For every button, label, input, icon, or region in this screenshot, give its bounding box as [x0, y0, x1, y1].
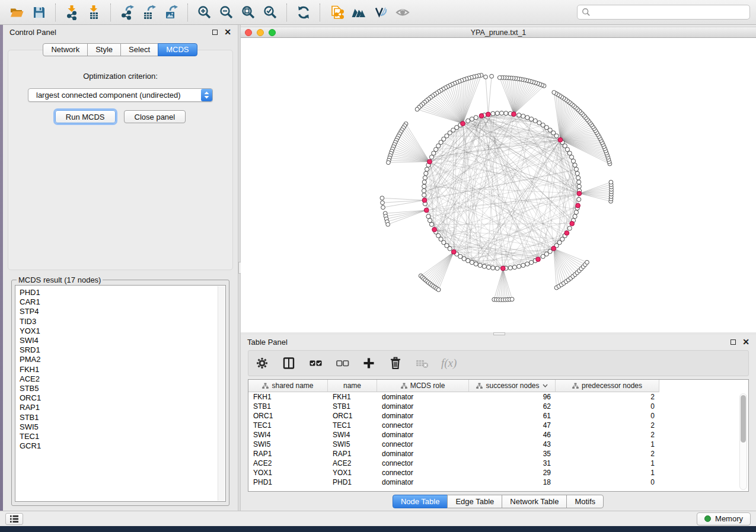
delete-row-button[interactable] [388, 355, 403, 371]
window-minimize-icon[interactable] [257, 29, 264, 36]
tab-node-table[interactable]: Node Table [393, 495, 448, 508]
table-cell: RAP1 [328, 450, 377, 458]
zoom-out-button[interactable] [215, 2, 237, 23]
mcds-result-item[interactable]: TID3 [20, 317, 225, 326]
zoom-fit-button[interactable] [237, 2, 259, 23]
import-table-button[interactable] [83, 2, 105, 23]
mcds-result-item[interactable]: SWI5 [20, 422, 225, 432]
table-row[interactable]: PHD1PHD1dominator180 [248, 477, 748, 487]
table-panel-title: Table Panel [247, 338, 288, 347]
table-cell: TEC1 [328, 421, 377, 430]
mcds-result-item[interactable]: FKH1 [20, 365, 225, 374]
mcds-result-item[interactable]: ORC1 [20, 393, 225, 403]
table-cell: connector [377, 440, 469, 448]
table-row[interactable]: TEC1TEC1connector472 [248, 421, 748, 430]
mcds-result-item[interactable]: STP4 [20, 307, 225, 316]
table-row[interactable]: SWI4SWI4dominator462 [248, 430, 748, 440]
show-hidden-button[interactable] [391, 2, 413, 23]
select-all-button[interactable] [308, 355, 323, 371]
open-file-button[interactable] [6, 2, 28, 23]
table-cell: RAP1 [248, 450, 328, 458]
export-image-button[interactable] [160, 2, 182, 23]
column-header-predecessor-nodes[interactable]: predecessor nodes [556, 380, 659, 392]
window-close-icon[interactable] [245, 29, 252, 36]
import-network-button[interactable] [61, 2, 83, 23]
mcds-result-item[interactable]: GCR1 [20, 441, 225, 451]
float-table-panel-icon[interactable] [731, 339, 736, 345]
tab-network-table[interactable]: Network Table [502, 495, 567, 508]
table-cell: YOX1 [328, 469, 377, 477]
tab-edge-table[interactable]: Edge Table [447, 495, 502, 508]
optimization-criterion-select[interactable]: largest connected component (undirected) [28, 88, 213, 102]
table-row[interactable]: FKH1FKH1dominator962 [248, 392, 748, 402]
zoom-selected-button[interactable] [259, 2, 281, 23]
search-input[interactable] [591, 7, 745, 18]
refresh-button[interactable] [292, 2, 314, 23]
table-scrollbar-thumb[interactable] [741, 395, 746, 443]
tab-mcds[interactable]: MCDS [158, 43, 197, 56]
tab-motifs[interactable]: Motifs [566, 495, 604, 508]
mcds-result-item[interactable]: PHD1 [20, 288, 225, 297]
table-settings-icon [254, 355, 270, 371]
table-scrollbar[interactable] [739, 393, 747, 490]
toolbar-separator [110, 4, 111, 21]
mcds-result-item[interactable]: YOX1 [20, 326, 225, 336]
export-network-button[interactable] [116, 2, 138, 23]
mcds-result-item[interactable]: STB5 [20, 384, 225, 393]
table-row[interactable]: STB1STB1dominator620 [248, 402, 748, 411]
mcds-result-item[interactable]: CAR1 [20, 297, 225, 307]
table-row[interactable]: ACE2ACE2connector311 [248, 459, 748, 468]
window-zoom-icon[interactable] [269, 29, 276, 36]
add-row-button[interactable] [361, 355, 377, 371]
table-cell: YOX1 [248, 469, 328, 477]
tab-style[interactable]: Style [87, 43, 121, 56]
mcds-result-item[interactable]: SWI4 [20, 336, 225, 345]
tab-network[interactable]: Network [43, 43, 88, 56]
mcds-result-list[interactable]: PHD1CAR1STP4TID3YOX1SWI4SRD1PMA2FKH1ACE2… [15, 285, 226, 502]
export-table-button[interactable] [138, 2, 160, 23]
zoom-in-button[interactable] [193, 2, 215, 23]
table-row[interactable]: SWI5SWI5connector431 [248, 440, 748, 449]
show-columns-button[interactable] [281, 355, 296, 371]
main-toolbar [0, 0, 756, 25]
float-panel-icon[interactable] [212, 30, 218, 35]
save-session-button[interactable] [28, 2, 50, 23]
network-graph[interactable] [241, 38, 756, 332]
table-cell: dominator [377, 402, 469, 411]
show-panels-button[interactable] [5, 513, 23, 525]
column-header-shared-name[interactable]: shared name [248, 380, 328, 392]
network-canvas[interactable] [241, 38, 756, 332]
table-header-row: shared namenameMCDS rolesuccessor nodesp… [248, 380, 660, 392]
table-settings-button[interactable] [254, 355, 270, 371]
tab-select[interactable]: Select [120, 43, 158, 56]
table-cell: connector [377, 469, 469, 477]
close-table-panel-icon[interactable]: ✕ [742, 339, 749, 345]
table-panel-tabs: Node TableEdge TableNetwork TableMotifs [241, 492, 756, 511]
close-panel-button[interactable]: Close panel [124, 110, 186, 123]
table-cell: connector [377, 459, 469, 467]
column-header-name[interactable]: name [328, 380, 377, 392]
column-header-successor-nodes[interactable]: successor nodes [469, 380, 556, 392]
deselect-all-icon [334, 355, 350, 371]
column-header-MCDS-role[interactable]: MCDS role [377, 380, 469, 392]
table-row[interactable]: ORC1ORC1dominator610 [248, 411, 748, 421]
close-panel-icon[interactable]: ✕ [224, 29, 231, 35]
run-mcds-button[interactable]: Run MCDS [55, 110, 116, 123]
table-row[interactable]: YOX1YOX1connector291 [248, 468, 748, 477]
memory-button[interactable]: Memory [697, 512, 751, 525]
mcds-result-item[interactable]: TEC1 [20, 432, 225, 441]
search-neighbors-icon [351, 5, 366, 20]
hide-selection-button[interactable] [369, 2, 391, 23]
mcds-result-item[interactable]: RAP1 [20, 403, 225, 412]
table-cell: 35 [469, 450, 556, 458]
clone-network-button[interactable] [326, 2, 347, 23]
search-neighbors-button[interactable] [347, 2, 369, 23]
deselect-all-button[interactable] [334, 355, 350, 371]
mcds-result-item[interactable]: STB1 [20, 413, 225, 422]
horizontal-splitter[interactable] [241, 332, 756, 335]
mcds-result-item[interactable]: ACE2 [20, 374, 225, 384]
mcds-result-item[interactable]: SRD1 [20, 345, 225, 355]
mcds-result-item[interactable]: PMA2 [20, 355, 225, 364]
table-cell: 46 [469, 431, 556, 439]
table-row[interactable]: RAP1RAP1dominator352 [248, 449, 748, 459]
